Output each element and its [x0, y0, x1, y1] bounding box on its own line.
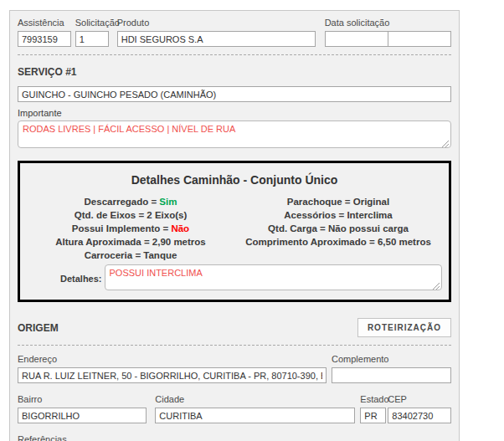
data-solicitacao-date-input[interactable] [325, 31, 388, 47]
detalhes-caminhao-box: Detalhes Caminhão - Conjunto Único Desca… [18, 161, 451, 302]
roteirizacao-button[interactable]: ROTEIRIZAÇÃO [357, 318, 451, 337]
cep-input[interactable] [388, 408, 451, 423]
detalhes-label: Detalhes: [60, 274, 102, 284]
solicitacao-input[interactable] [75, 31, 109, 47]
origem-header-row: ORIGEM ROTEIRIZAÇÃO [18, 318, 451, 337]
detalhes-caminhao-right-column: Parachoque = OriginalAcessórios = Interc… [234, 195, 442, 262]
truck-detail-line: Qtd. Carga = Não possui carga [234, 222, 442, 235]
detalhes-caminhao-columns: Descarregado = SimQtd. de Eixos = 2 Eixo… [27, 195, 442, 262]
detalhes-caminhao-title: Detalhes Caminhão - Conjunto Único [27, 173, 442, 187]
truck-detail-line: Altura Aproximada = 2,90 metros [27, 235, 234, 249]
endereco-field-group: Endereço [18, 354, 327, 383]
importante-textarea[interactable]: RODAS LIVRES | FÁCIL ACESSO | NÍVEL DE R… [18, 121, 451, 148]
truck-detail-line: Comprimento Aproximado = 6,50 metros [234, 235, 442, 249]
assistencia-field-group: Assistência [18, 18, 71, 47]
truck-detail-line: Descarregado = Sim [27, 195, 234, 208]
estado-label: Estado [360, 394, 386, 405]
estado-field-group: Estado [360, 394, 386, 423]
complemento-field-group: Complemento [332, 354, 451, 383]
truck-detail-line: Carroceria = Tanque [27, 249, 234, 262]
servico-tipo-input[interactable] [18, 86, 451, 102]
referencias-label: Referências [18, 434, 451, 441]
produto-field-group: Produto [117, 18, 316, 47]
separator-top [18, 54, 451, 55]
solicitacao-label: Solicitação [75, 18, 109, 28]
endereco-row: Endereço Complemento [18, 354, 451, 383]
servico-section-title: SERVIÇO #1 [18, 66, 451, 78]
data-solicitacao-pair [325, 31, 451, 47]
estado-input[interactable] [360, 408, 386, 423]
complemento-label: Complemento [332, 354, 451, 365]
origem-section-title: ORIGEM [18, 322, 59, 334]
referencias-field-group: Referências [18, 434, 451, 441]
bairro-input[interactable] [18, 408, 147, 423]
truck-detail-line: Parachoque = Original [234, 195, 442, 208]
importante-textarea-wrap: RODAS LIVRES | FÁCIL ACESSO | NÍVEL DE R… [18, 121, 451, 150]
truck-detail-line: Possui Implemento = Não [27, 222, 234, 235]
bairro-row: Bairro Cidade Estado CEP [18, 394, 451, 423]
solicitacao-field-group: Solicitação [75, 18, 109, 47]
separator-origem [18, 345, 451, 346]
detalhes-textarea-wrap: POSSUI INTERCLIMA [105, 264, 442, 292]
cidade-field-group: Cidade [155, 394, 355, 423]
assistance-form-panel: Assistência Solicitação Produto Data sol… [9, 10, 460, 441]
detalhes-row: Detalhes: POSSUI INTERCLIMA [27, 264, 442, 292]
cidade-input[interactable] [155, 408, 355, 423]
complemento-input[interactable] [332, 367, 451, 383]
bairro-label: Bairro [18, 394, 147, 405]
cidade-label: Cidade [155, 394, 355, 405]
cep-field-group: CEP [388, 394, 451, 423]
bairro-field-group: Bairro [18, 394, 147, 423]
truck-detail-line: Qtd. de Eixos = 2 Eixo(s) [27, 208, 234, 222]
detalhes-textarea[interactable]: POSSUI INTERCLIMA [105, 264, 442, 290]
identification-row: Assistência Solicitação Produto Data sol… [18, 18, 451, 47]
assistencia-label: Assistência [18, 18, 71, 28]
produto-input[interactable] [117, 31, 316, 47]
data-solicitacao-label: Data solicitação [325, 18, 451, 28]
cep-label: CEP [388, 394, 451, 405]
data-solicitacao-time-input[interactable] [388, 31, 451, 47]
produto-label: Produto [117, 18, 316, 28]
data-solicitacao-field-group: Data solicitação [325, 18, 451, 47]
assistencia-input[interactable] [18, 31, 71, 47]
detalhes-caminhao-left-column: Descarregado = SimQtd. de Eixos = 2 Eixo… [27, 195, 234, 262]
importante-label: Importante [18, 108, 451, 118]
truck-detail-line: Acessórios = Interclima [234, 208, 442, 222]
endereco-label: Endereço [18, 354, 327, 365]
endereco-input[interactable] [18, 367, 327, 383]
